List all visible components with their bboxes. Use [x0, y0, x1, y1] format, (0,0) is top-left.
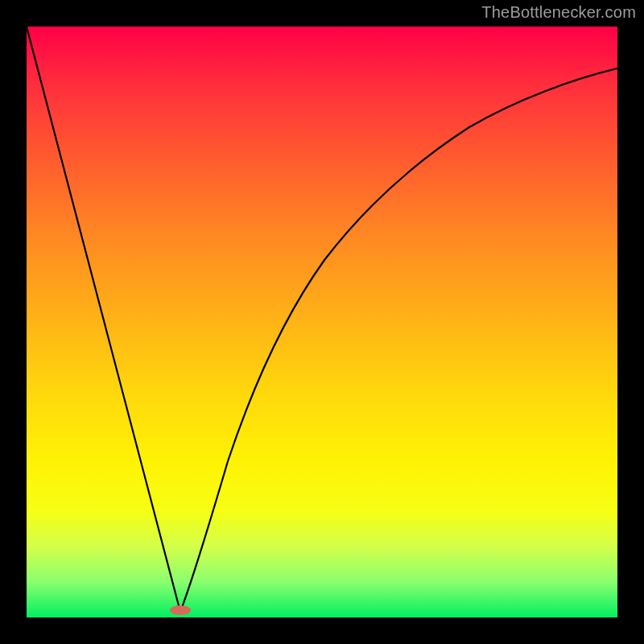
watermark-text: TheBottlenecker.com — [481, 3, 636, 22]
plot-area — [27, 27, 617, 617]
chart-svg — [27, 27, 617, 617]
chart-frame: TheBottlenecker.com — [0, 0, 644, 644]
optimal-point-marker — [170, 605, 191, 615]
bottleneck-curve — [27, 27, 617, 612]
